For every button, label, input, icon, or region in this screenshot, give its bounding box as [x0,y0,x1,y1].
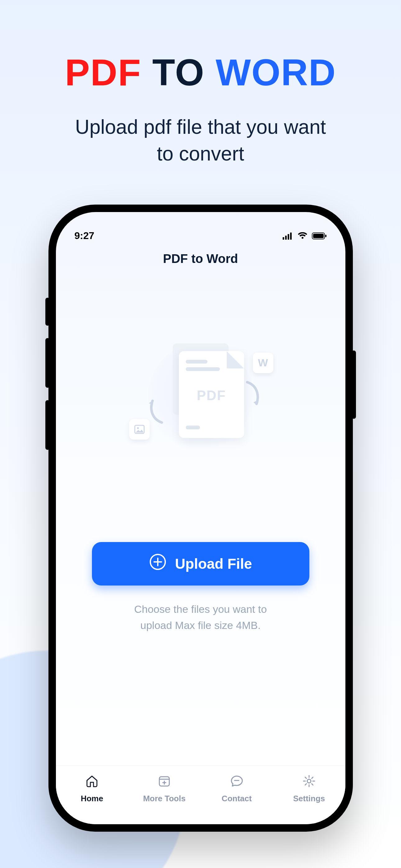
subtitle-line-2: to convert [157,143,244,165]
hint-line-1: Choose the files you want to [134,603,267,615]
svg-rect-2 [288,234,289,240]
svg-rect-5 [313,234,324,238]
word-tag-icon: W [253,353,273,373]
tab-contact[interactable]: Contact [201,766,273,812]
svg-point-11 [307,779,311,783]
hint-line-2: upload Max file size 4MB. [140,619,261,631]
svg-rect-6 [325,235,326,237]
phone-mockup: 9:27 PDF to Word [49,205,353,832]
tab-bar: Home More Tools Contact [56,765,345,824]
svg-rect-0 [283,237,284,240]
tab-label: More Tools [143,794,186,803]
tab-label: Home [81,794,103,803]
svg-rect-1 [285,236,287,240]
upload-file-button[interactable]: Upload File [92,542,309,586]
tab-label: Settings [293,794,325,803]
tools-icon [157,774,172,791]
tab-home[interactable]: Home [56,766,128,812]
battery-icon [312,232,327,240]
tab-label: Contact [222,794,252,803]
gear-icon [302,774,316,791]
status-time: 9:27 [75,230,94,242]
upload-hint: Choose the files you want to upload Max … [134,601,267,633]
home-icon [85,774,99,791]
pdf-label: PDF [179,388,244,403]
subtitle-line-1: Upload pdf file that you want [75,116,326,138]
title-word-to: TO [152,52,204,93]
arrow-icon [244,381,263,405]
title-word-word: WORD [216,52,336,93]
screen-title: PDF to Word [56,252,345,266]
signal-icon [283,232,293,240]
tab-settings[interactable]: Settings [273,766,345,812]
marketing-subtitle: Upload pdf file that you want to convert [0,114,401,167]
status-bar: 9:27 [56,212,345,246]
image-tag-icon [129,419,150,440]
marketing-title: PDF TO WORD [0,53,401,92]
title-word-pdf: PDF [65,52,141,93]
chat-icon [229,774,244,791]
plus-circle-icon [149,553,167,574]
svg-point-8 [137,427,139,429]
wifi-icon [297,232,308,240]
tab-more-tools[interactable]: More Tools [128,766,201,812]
svg-rect-3 [290,232,292,240]
upload-button-label: Upload File [175,555,252,572]
arrow-icon [146,399,165,424]
upload-illustration: PDF W [129,331,272,461]
